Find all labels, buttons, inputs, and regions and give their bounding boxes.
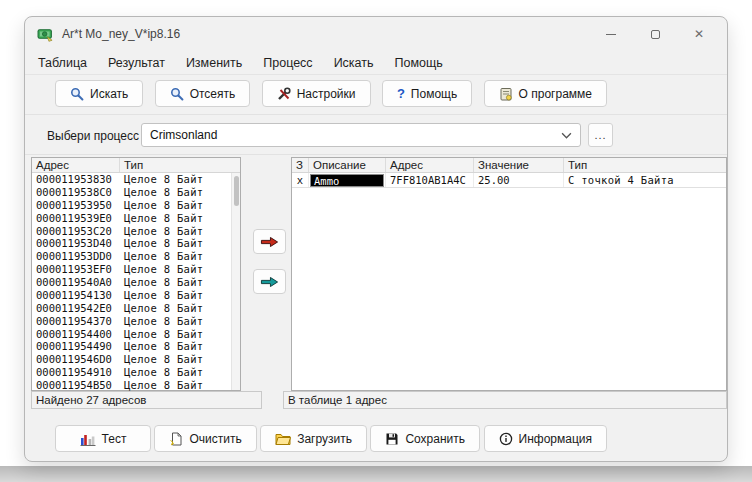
process-select[interactable]: Crimsonland	[141, 123, 581, 147]
result-type: Целое 8 Байт	[120, 237, 240, 250]
result-row[interactable]: 0000119542E0 Целое 8 Байт	[32, 302, 240, 315]
chevron-down-icon	[561, 132, 572, 139]
result-address: 000011953950	[32, 199, 120, 212]
clear-button-label: Очистить	[189, 432, 241, 446]
result-row[interactable]: 0000119546D0 Целое 8 Байт	[32, 353, 240, 366]
result-type: Целое 8 Байт	[120, 302, 240, 315]
title-bar[interactable]: Ar*t Mo_ney_V*ip8.16 ✕	[25, 17, 727, 51]
result-row[interactable]: 000011954130 Целое 8 Байт	[32, 289, 240, 302]
description-edit-box[interactable]: Ammo	[310, 174, 384, 187]
menu-edit[interactable]: Изменить	[186, 56, 242, 70]
table-col-type[interactable]: Тип	[564, 158, 726, 172]
table-col-address[interactable]: Адрес	[386, 158, 474, 172]
help-button-label: Помощь	[411, 87, 457, 101]
value-cell[interactable]: 25.00	[474, 173, 564, 187]
search-button[interactable]: Искать	[55, 80, 143, 107]
result-row[interactable]: 0000119540A0 Целое 8 Байт	[32, 276, 240, 289]
bar-chart-icon	[80, 432, 96, 446]
result-type: Целое 8 Байт	[120, 379, 240, 392]
result-row[interactable]: 000011953EF0 Целое 8 Байт	[32, 263, 240, 276]
top-toolbar: Искать Отсеять Настройки ? Помощь О прог…	[55, 80, 607, 107]
result-address: 0000119546D0	[32, 353, 120, 366]
close-button[interactable]: ✕	[677, 17, 721, 51]
filter-button[interactable]: Отсеять	[155, 80, 251, 107]
result-address: 000011953DD0	[32, 250, 120, 263]
result-address: 000011953830	[32, 173, 120, 186]
result-address: 000011953D40	[32, 237, 120, 250]
results-scrollbar[interactable]	[231, 173, 240, 390]
result-type: Целое 8 Байт	[120, 250, 240, 263]
artmoney-app-icon	[37, 26, 54, 43]
filter-button-label: Отсеять	[190, 87, 236, 101]
result-row[interactable]: 000011954B50 Целое 8 Байт	[32, 379, 240, 392]
freeze-mark[interactable]: x	[292, 173, 309, 187]
help-button[interactable]: ? Помощь	[382, 80, 472, 107]
menu-help[interactable]: Помощь	[395, 56, 443, 70]
type-cell[interactable]: С точкой 4 Байта	[564, 173, 726, 187]
results-col-type[interactable]: Тип	[120, 158, 240, 172]
about-icon	[499, 87, 513, 101]
save-button[interactable]: Сохранить	[370, 425, 480, 452]
tools-icon	[277, 87, 291, 101]
load-button[interactable]: Загрузить	[260, 425, 367, 452]
result-row[interactable]: 000011953830 Целое 8 Байт	[32, 173, 240, 186]
results-scrollbar-thumb[interactable]	[234, 176, 239, 206]
address-cell[interactable]: 7FF810AB1A4C	[386, 173, 474, 187]
result-address: 000011954400	[32, 328, 120, 341]
result-type: Целое 8 Байт	[120, 225, 240, 238]
settings-button[interactable]: Настройки	[262, 80, 371, 107]
result-address: 000011954B50	[32, 379, 120, 392]
result-address: 000011953EF0	[32, 263, 120, 276]
test-button[interactable]: Тест	[55, 425, 151, 452]
result-address: 0000119538C0	[32, 186, 120, 199]
clear-page-icon	[169, 432, 183, 446]
result-address: 0000119539E0	[32, 212, 120, 225]
about-button[interactable]: О программе	[484, 80, 607, 107]
table-status-bar: В таблице 1 адрес	[283, 391, 727, 409]
result-row[interactable]: 000011953D40 Целое 8 Байт	[32, 237, 240, 250]
menu-search[interactable]: Искать	[334, 56, 374, 70]
result-type: Целое 8 Байт	[120, 199, 240, 212]
add-to-table-button[interactable]	[253, 229, 286, 254]
menu-result[interactable]: Результат	[108, 56, 165, 70]
result-row[interactable]: 0000119539E0 Целое 8 Байт	[32, 212, 240, 225]
save-button-label: Сохранить	[405, 432, 465, 446]
menu-table[interactable]: Таблица	[38, 56, 87, 70]
menu-process[interactable]: Процесс	[263, 56, 312, 70]
result-row[interactable]: 000011954910 Целое 8 Байт	[32, 366, 240, 379]
results-col-address[interactable]: Адрес	[32, 158, 120, 172]
result-row[interactable]: 000011953DD0 Целое 8 Байт	[32, 250, 240, 263]
maximize-button[interactable]	[633, 17, 677, 51]
result-type: Целое 8 Байт	[120, 263, 240, 276]
search-results-panel: Адрес Тип 000011953830 Целое 8 Байт 0000…	[31, 157, 241, 391]
maximize-icon	[651, 30, 660, 39]
result-row[interactable]: 000011954490 Целое 8 Байт	[32, 340, 240, 353]
result-type: Целое 8 Байт	[120, 212, 240, 225]
info-button[interactable]: Информация	[484, 425, 607, 452]
table-row[interactable]: x Ammo 7FF810AB1A4C 25.00 С точкой 4 Бай…	[292, 173, 726, 188]
window-controls: ✕	[589, 17, 721, 51]
table-col-description[interactable]: Описание	[309, 158, 386, 172]
table-col-value[interactable]: Значение	[474, 158, 564, 172]
browse-process-button[interactable]: ...	[588, 123, 613, 147]
result-address: 000011954130	[32, 289, 120, 302]
results-header-row: Адрес Тип	[32, 158, 240, 173]
filter-search-icon	[170, 87, 184, 101]
add-all-to-table-button[interactable]	[253, 269, 286, 294]
result-row[interactable]: 000011954370 Целое 8 Байт	[32, 315, 240, 328]
minimize-button[interactable]	[589, 17, 633, 51]
result-row[interactable]: 000011953950 Целое 8 Байт	[32, 199, 240, 212]
table-col-freeze[interactable]: З	[292, 158, 309, 172]
description-cell[interactable]: Ammo	[309, 173, 386, 187]
artmoney-window: Ar*t Mo_ney_V*ip8.16 ✕ Таблица Результат…	[24, 16, 728, 462]
info-icon	[499, 432, 513, 446]
result-row[interactable]: 0000119538C0 Целое 8 Байт	[32, 186, 240, 199]
minimize-icon	[606, 34, 616, 35]
result-row[interactable]: 000011953C20 Целое 8 Байт	[32, 225, 240, 238]
result-row[interactable]: 000011954400 Целое 8 Байт	[32, 328, 240, 341]
red-arrow-right-icon	[260, 236, 279, 248]
result-type: Целое 8 Байт	[120, 328, 240, 341]
search-button-label: Искать	[90, 87, 128, 101]
result-address: 000011954490	[32, 340, 120, 353]
clear-button[interactable]: Очистить	[154, 425, 256, 452]
